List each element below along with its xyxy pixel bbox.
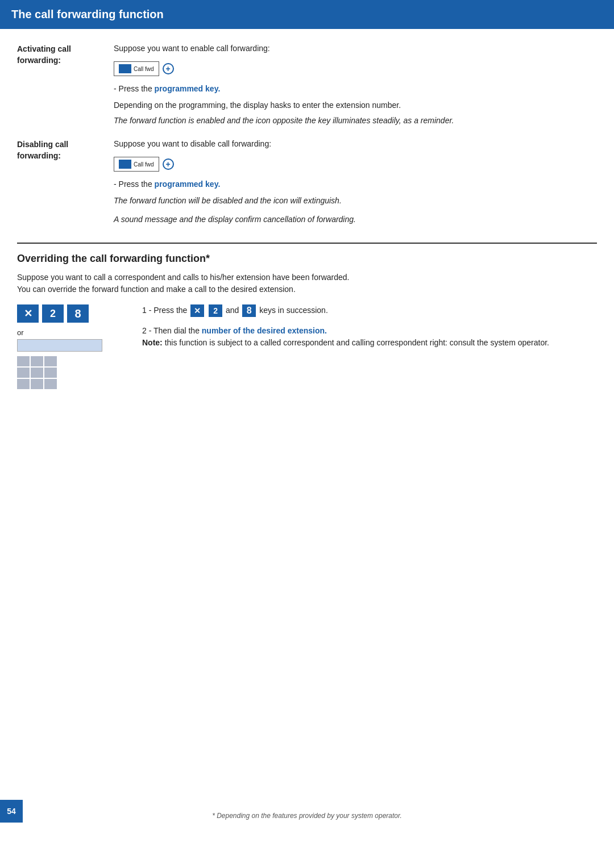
disabling-step1-italic: The forward function will be disabled an…	[114, 195, 597, 207]
disabling-body: Suppose you want to disable call forward…	[114, 138, 597, 226]
disabling-step1: - Press the programmed key.	[114, 178, 597, 190]
keypad-cell	[17, 379, 30, 389]
disabling-key-row: Call fwd +	[114, 157, 597, 172]
override-note: this function is subject to a called cor…	[163, 338, 549, 347]
activating-step1: - Press the programmed key.	[114, 83, 597, 95]
key-text-disable: Call fwd	[134, 160, 154, 169]
display-bar	[17, 339, 102, 352]
override-step2-key: number of the desired extension.	[202, 326, 327, 335]
override-intro-line2: You can override the forward function an…	[17, 283, 597, 295]
override-right: 1 - Press the ✕ 2 and 8 keys in successi…	[142, 304, 597, 389]
two-inline-key: 2	[209, 304, 222, 317]
override-keys-row: ✕ 2 8	[17, 304, 131, 323]
eight-inline-key: 8	[242, 304, 256, 317]
page-title: The call forwarding function	[11, 8, 603, 21]
x-inline-key: ✕	[190, 304, 204, 317]
keypad-cell	[17, 356, 30, 366]
override-left: ✕ 2 8 or	[17, 304, 131, 389]
footnote: * Depending on the features provided by …	[212, 812, 402, 820]
override-body: ✕ 2 8 or 1 - Press the ✕	[17, 304, 597, 389]
keypad-cell	[31, 368, 43, 378]
keypad-cell	[44, 368, 57, 378]
section-divider	[17, 243, 597, 244]
disabling-label: Disabling call forwarding:	[17, 138, 114, 226]
key-color-bar	[119, 64, 131, 73]
call-fwd-button-disable: Call fwd	[114, 157, 159, 172]
key-color-bar-2	[119, 160, 131, 169]
activating-section: Activating call forwarding: Suppose you …	[17, 43, 597, 127]
plus-icon-2: +	[163, 158, 174, 170]
activating-body: Suppose you want to enable call forwardi…	[114, 43, 597, 127]
key-text-activate: Call fwd	[134, 65, 154, 73]
page-number: 54	[0, 800, 23, 823]
activating-intro: Suppose you want to enable call forwardi…	[114, 43, 597, 55]
or-label: or	[17, 328, 131, 337]
activating-key-row: Call fwd +	[114, 61, 597, 76]
eight-key-button: 8	[67, 304, 89, 323]
two-key-button: 2	[42, 304, 64, 323]
keypad-cell	[17, 368, 30, 378]
override-intro-line1: Suppose you want to call a correspondent…	[17, 272, 597, 283]
activating-step1-italic: The forward function is enabled and the …	[114, 115, 597, 127]
activating-label: Activating call forwarding:	[17, 43, 114, 127]
disabling-section: Disabling call forwarding: Suppose you w…	[17, 138, 597, 226]
override-step2: 2 - Then dial the number of the desired …	[142, 325, 597, 349]
keypad-cell	[44, 379, 57, 389]
x-key-button: ✕	[17, 304, 39, 323]
keypad-cell	[31, 356, 43, 366]
keypad-grid	[17, 356, 131, 389]
override-intro: Suppose you want to call a correspondent…	[17, 272, 597, 295]
override-title: Overriding the call forwarding function*	[17, 253, 597, 265]
disabling-step2-italic: A sound message and the display confirm …	[114, 214, 597, 226]
keypad-cell	[44, 356, 57, 366]
override-note-bold: Note:	[142, 338, 163, 347]
override-step1: 1 - Press the ✕ 2 and 8 keys in successi…	[142, 304, 597, 317]
plus-icon: +	[163, 63, 174, 74]
page-header: The call forwarding function	[0, 0, 614, 29]
activating-step1-detail: Depending on the programming, the displa…	[114, 99, 597, 111]
keypad-cell	[31, 379, 43, 389]
main-content: Activating call forwarding: Suppose you …	[0, 43, 614, 389]
call-fwd-button-activate: Call fwd	[114, 61, 159, 76]
disabling-intro: Suppose you want to disable call forward…	[114, 138, 597, 150]
